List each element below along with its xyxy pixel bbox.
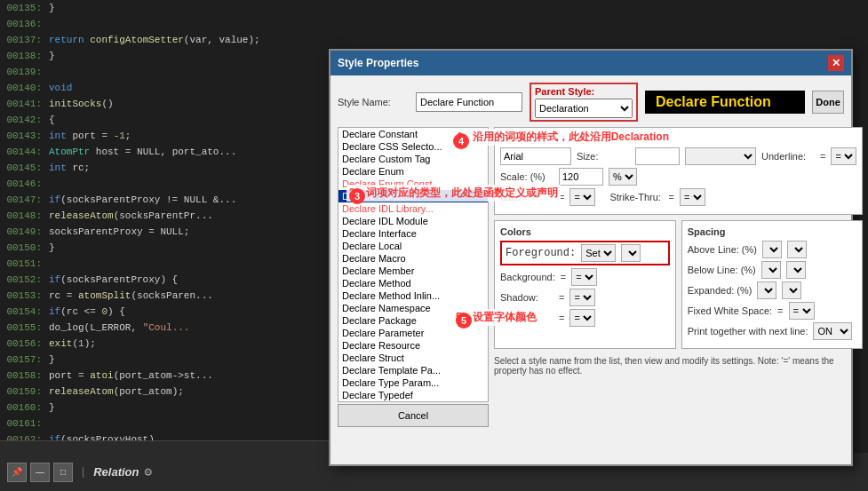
foreground-row: Foreground: Set = [500, 241, 670, 265]
annotation-4: 4、沿用的词项的样式，此处沿用Declaration [453, 129, 672, 146]
main-content: Declare Constant Declare CSS Selecto... … [338, 127, 844, 457]
strikethru-select[interactable]: = [680, 188, 705, 206]
background-label: Background: [500, 272, 555, 282]
scale-input[interactable] [559, 168, 603, 186]
list-item-declare-idl-lib[interactable]: Declare IDL Library... [338, 202, 488, 215]
list-item-declare-macro[interactable]: Declare Macro [338, 252, 488, 265]
square-icon-btn[interactable]: □ [53, 463, 73, 482]
above-line-val-select[interactable] [787, 241, 807, 258]
list-item-declare-parameter[interactable]: Declare Parameter [338, 327, 488, 339]
expanded-val-select[interactable] [782, 281, 801, 299]
foreground-label: Foreground: [506, 247, 576, 259]
colors-section: Colors Foreground: Set = Background: = [494, 220, 676, 349]
dialog-close-button[interactable]: ✕ [828, 55, 844, 71]
list-item-declare-member[interactable]: Declare Member [338, 265, 488, 277]
annotation-number-5: 5 [456, 313, 472, 329]
above-line-select[interactable] [762, 241, 782, 258]
list-item-declare-local[interactable]: Declare Local [338, 240, 488, 252]
expanded-select[interactable] [757, 281, 776, 299]
list-item-declare-enum[interactable]: Declare Enum [338, 165, 488, 178]
code-line: 00137: return configAtomSetter(var, valu… [0, 32, 868, 48]
pin-icon-btn[interactable]: 📌 [7, 463, 27, 482]
list-item-declare-method-inline[interactable]: Declare Method Inlin... [338, 289, 488, 302]
scrollbar-area [0, 440, 329, 453]
annotation-3: 3、词项对应的类型，此处是函数定义或声明 [346, 185, 561, 202]
strikethru-label: Strike-Thru: [609, 192, 663, 202]
list-item-declare-type-param[interactable]: Declare Type Param... [338, 376, 488, 389]
size-input[interactable] [635, 147, 680, 165]
list-item-declare-custom[interactable]: Declare Custom Tag [338, 153, 488, 165]
parent-style-label: Parent Style: [535, 86, 594, 97]
below-line-select[interactable] [761, 261, 781, 279]
colors-title: Colors [500, 226, 670, 237]
colors-spacing-row: Colors Foreground: Set = Background: = [494, 220, 863, 349]
spacing-section: Spacing Above Line: (%) Below Line: (%) [681, 220, 864, 349]
background-row: Background: = = [500, 268, 670, 286]
list-item-declare-union[interactable]: Declare Union [338, 401, 488, 402]
shadow-row: Shadow: = = [500, 289, 670, 306]
list-item-declare-interface[interactable]: Declare Interface [338, 227, 488, 240]
below-line-row: Below Line: (%) [688, 261, 857, 279]
fixed-white-select[interactable]: = [789, 302, 815, 320]
style-name-label: Style Name: [338, 97, 409, 107]
size-label: Size: [577, 151, 630, 162]
print-together-row: Print together with next line: ON OFF = [688, 322, 857, 340]
props-panel: Font Size: Underline: = = Scale: (%) [494, 127, 863, 457]
font-name-input[interactable] [500, 147, 571, 165]
below-line-val-select[interactable] [786, 261, 806, 279]
list-item-declare-struct[interactable]: Declare Struct [338, 352, 488, 364]
scale-label: Scale: (%) [500, 171, 553, 182]
style-list-container: Declare Constant Declare CSS Selecto... … [338, 127, 489, 457]
spacing-title: Spacing [688, 226, 857, 237]
font-name-row: Size: Underline: = = [500, 147, 856, 165]
relation-icon: ⚙ [145, 464, 152, 479]
parent-style-box: Parent Style: Declaration None [530, 83, 638, 122]
foreground-color-select[interactable] [621, 244, 641, 262]
code-line: 00135: } [0, 0, 868, 16]
scale-unit-select[interactable]: % [609, 168, 637, 186]
style-name-display: Declare Function [645, 91, 805, 114]
fixed-white-label: Fixed White Space: [688, 305, 772, 316]
fixed-white-row: Fixed White Space: = = [688, 302, 857, 320]
shadow-label: Shadow: [500, 292, 553, 303]
list-item-declare-idl-module[interactable]: Declare IDL Module [338, 215, 488, 227]
list-item-declare-template[interactable]: Declare Template Pa... [338, 364, 488, 376]
parent-style-select[interactable]: Declaration None [535, 99, 633, 118]
dialog-title: Style Properties [338, 57, 418, 69]
foreground-select[interactable]: Set = [581, 244, 616, 262]
style-properties-dialog: Style Properties ✕ Style Name: Parent St… [329, 49, 853, 466]
background-select[interactable]: = [571, 268, 597, 286]
list-item-declare-typedef[interactable]: Declare Typedef [338, 389, 488, 401]
style-name-input[interactable] [416, 92, 522, 112]
cancel-button[interactable]: Cancel [338, 404, 489, 427]
dialog-titlebar: Style Properties ✕ [330, 51, 851, 75]
underline-select[interactable]: = [831, 147, 856, 165]
expanded-label: Expanded: (%) [688, 285, 753, 296]
relation-label: Relation [93, 465, 139, 479]
size-select[interactable] [685, 147, 756, 165]
below-line-label: Below Line: (%) [688, 265, 756, 275]
scale-row: Scale: (%) % [500, 168, 856, 186]
minus-icon-btn[interactable]: — [30, 463, 50, 482]
style-name-row: Style Name: Parent Style: Declaration No… [338, 83, 844, 122]
italic-select[interactable]: = [569, 188, 595, 206]
shadow-select[interactable]: = [569, 289, 595, 306]
print-together-select[interactable]: ON OFF = [813, 322, 852, 340]
style-list[interactable]: Declare Constant Declare CSS Selecto... … [338, 127, 489, 402]
done-button[interactable]: Done [812, 91, 844, 114]
annotation-number-3: 3 [349, 188, 365, 204]
list-item-declare-resource[interactable]: Declare Resource [338, 339, 488, 352]
code-line: 00136: [0, 16, 868, 32]
above-line-row: Above Line: (%) [688, 241, 857, 258]
underline-label: Underline: [761, 151, 815, 162]
above-line-label: Above Line: (%) [688, 244, 757, 255]
annotation-number-4: 4 [453, 133, 469, 149]
inverse-select[interactable]: = [569, 309, 595, 327]
info-text: Select a style name from the list, then … [494, 354, 863, 377]
list-item-declare-method[interactable]: Declare Method [338, 277, 488, 289]
expanded-row: Expanded: (%) [688, 281, 857, 299]
print-together-label: Print together with next line: [688, 326, 808, 337]
